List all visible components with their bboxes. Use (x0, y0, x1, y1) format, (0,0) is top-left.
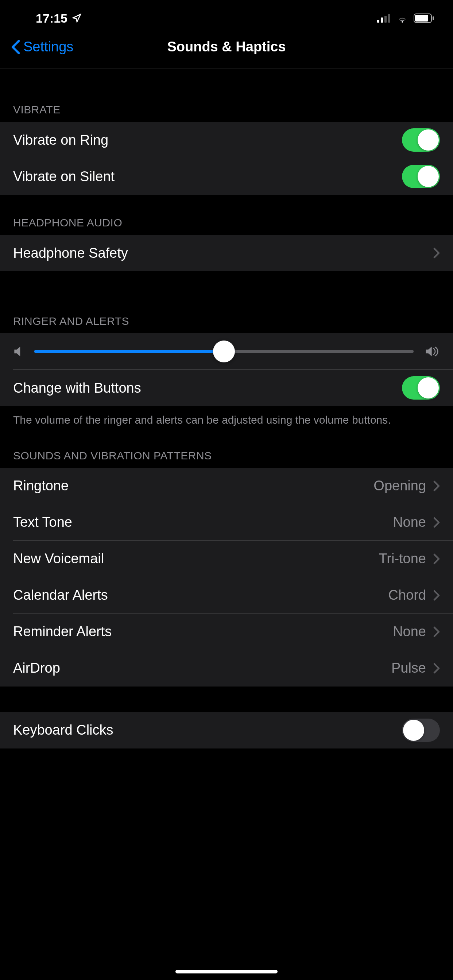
cell-label: Vibrate on Ring (13, 132, 108, 148)
chevron-right-icon (433, 480, 440, 492)
vibrate-on-ring-toggle[interactable] (402, 128, 440, 152)
location-icon (72, 13, 81, 23)
cell-label: Ringtone (13, 478, 69, 494)
content[interactable]: VIBRATE Vibrate on Ring Vibrate on Silen… (0, 68, 453, 980)
chevron-right-icon (433, 590, 440, 601)
svg-rect-6 (432, 16, 434, 20)
status-bar: 17:15 (0, 0, 453, 37)
section-header-ringer: RINGER AND ALERTS (0, 271, 453, 333)
section-header-headphone: HEADPHONE AUDIO (0, 195, 453, 235)
airdrop-row[interactable]: AirDrop Pulse (0, 650, 453, 687)
vibrate-on-silent-row[interactable]: Vibrate on Silent (0, 158, 453, 195)
cell-label: Text Tone (13, 514, 72, 530)
status-time: 17:15 (36, 11, 67, 25)
svg-rect-1 (381, 18, 383, 22)
cellular-icon (377, 14, 391, 22)
speaker-low-icon (13, 345, 23, 357)
cell-value: Pulse (391, 660, 426, 676)
status-left: 17:15 (18, 11, 81, 25)
vibrate-on-ring-row[interactable]: Vibrate on Ring (0, 122, 453, 158)
back-label: Settings (23, 39, 73, 55)
battery-icon (414, 13, 435, 23)
nav-bar: Settings Sounds & Haptics (0, 37, 453, 68)
cell-label: Reminder Alerts (13, 624, 112, 640)
svg-rect-3 (388, 14, 390, 22)
status-right (377, 13, 435, 23)
cell-label: Calendar Alerts (13, 587, 108, 603)
cell-value: Chord (388, 587, 426, 603)
page-title: Sounds & Haptics (167, 39, 286, 55)
svg-rect-5 (415, 15, 428, 22)
chevron-right-icon (433, 554, 440, 565)
cell-value: Opening (373, 478, 426, 494)
cell-value: Tri-tone (379, 551, 426, 566)
section-header-sounds: SOUNDS AND VIBRATION PATTERNS (0, 428, 453, 468)
section-footer-ringer: The volume of the ringer and alerts can … (0, 406, 453, 428)
back-button[interactable]: Settings (11, 39, 73, 55)
section-header-vibrate: VIBRATE (0, 68, 453, 122)
cell-label: New Voicemail (13, 551, 104, 566)
headphone-safety-row[interactable]: Headphone Safety (0, 235, 453, 271)
home-indicator[interactable] (175, 970, 278, 974)
cell-value: None (393, 624, 426, 640)
chevron-right-icon (433, 248, 440, 258)
svg-rect-2 (384, 16, 387, 22)
chevron-right-icon (433, 663, 440, 674)
new-voicemail-row[interactable]: New Voicemail Tri-tone (0, 541, 453, 577)
speaker-high-icon (424, 345, 440, 357)
keyboard-clicks-toggle[interactable] (402, 719, 440, 742)
change-with-buttons-toggle[interactable] (402, 376, 440, 399)
ringtone-row[interactable]: Ringtone Opening (0, 468, 453, 504)
ringer-volume-slider[interactable] (34, 350, 414, 353)
text-tone-row[interactable]: Text Tone None (0, 504, 453, 541)
cell-value: None (393, 514, 426, 530)
chevron-left-icon (11, 40, 21, 54)
cell-label: AirDrop (13, 660, 60, 676)
cell-label: Change with Buttons (13, 380, 141, 396)
cell-label: Headphone Safety (13, 245, 128, 261)
vibrate-on-silent-toggle[interactable] (402, 165, 440, 188)
reminder-alerts-row[interactable]: Reminder Alerts None (0, 614, 453, 650)
change-with-buttons-row[interactable]: Change with Buttons (0, 370, 453, 406)
svg-rect-0 (377, 20, 379, 22)
cell-label: Vibrate on Silent (13, 169, 115, 185)
chevron-right-icon (433, 517, 440, 528)
chevron-right-icon (433, 626, 440, 637)
ringer-volume-slider-row (0, 333, 453, 370)
keyboard-clicks-row[interactable]: Keyboard Clicks (0, 712, 453, 748)
calendar-alerts-row[interactable]: Calendar Alerts Chord (0, 577, 453, 614)
wifi-icon (396, 14, 408, 22)
cell-label: Keyboard Clicks (13, 722, 113, 738)
